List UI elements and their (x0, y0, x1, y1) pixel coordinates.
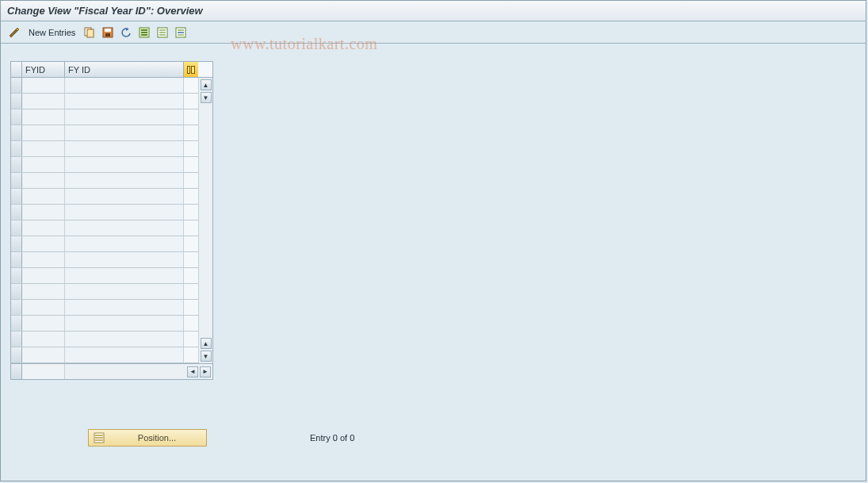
table-row (11, 141, 198, 157)
table-row (11, 173, 198, 189)
scroll-down-icon[interactable]: ▼ (201, 92, 212, 103)
cell-fy-id[interactable] (65, 125, 184, 140)
row-selector[interactable] (11, 332, 22, 347)
cell-fyid[interactable] (22, 300, 65, 315)
cell-fyid[interactable] (22, 94, 65, 109)
cell-fyid[interactable] (22, 268, 65, 283)
row-selector[interactable] (11, 125, 22, 140)
horizontal-scrollbar[interactable]: ◄ ► (65, 364, 212, 379)
deselect-all-icon[interactable] (155, 25, 170, 40)
row-selector[interactable] (11, 189, 22, 204)
cell-fy-id[interactable] (65, 284, 184, 299)
scroll-left-icon[interactable]: ◄ (187, 366, 198, 378)
cell-fyid[interactable] (22, 109, 65, 125)
table-row (11, 316, 198, 332)
svg-rect-8 (141, 34, 147, 36)
row-selector[interactable] (11, 284, 22, 299)
table-row (11, 347, 198, 363)
row-selector[interactable] (11, 157, 22, 172)
cell-fy-id[interactable] (65, 316, 184, 331)
delete-icon[interactable] (174, 25, 188, 40)
table-row (11, 332, 198, 347)
row-selector[interactable] (11, 141, 22, 156)
page-title: Change View "Fiscal Year ID": Overview (7, 5, 203, 17)
cell-fy-id[interactable] (65, 173, 184, 188)
cell-fy-id[interactable] (65, 236, 184, 251)
cell-fyid[interactable] (22, 316, 65, 331)
cell-fy-id[interactable] (65, 141, 184, 156)
position-icon (94, 432, 105, 443)
select-all-rows-handle[interactable] (11, 62, 22, 77)
footer-row-selector (11, 364, 22, 379)
row-selector[interactable] (11, 300, 22, 315)
cell-fyid[interactable] (22, 220, 65, 236)
row-selector[interactable] (11, 347, 22, 362)
row-selector[interactable] (11, 316, 22, 331)
save-icon[interactable] (101, 25, 115, 40)
row-selector[interactable] (11, 252, 22, 267)
scroll-up-icon[interactable]: ▲ (201, 79, 212, 90)
cell-fy-id[interactable] (65, 189, 184, 204)
cell-fy-id[interactable] (65, 220, 184, 236)
cell-fy-id[interactable] (65, 205, 184, 220)
cell-fy-id[interactable] (65, 300, 184, 315)
footer-spacer (22, 364, 65, 379)
scroll-right-icon[interactable]: ► (200, 366, 211, 378)
svg-rect-19 (192, 67, 194, 73)
cell-fyid[interactable] (22, 284, 65, 299)
new-entries-button[interactable]: New Entries (25, 28, 78, 37)
cell-fy-id[interactable] (65, 347, 184, 362)
svg-rect-15 (178, 34, 184, 36)
cell-fy-id[interactable] (65, 252, 184, 267)
cell-fyid[interactable] (22, 236, 65, 251)
position-label: Position... (113, 433, 201, 443)
table-row (11, 109, 198, 125)
row-selector[interactable] (11, 236, 22, 251)
cell-fy-id[interactable] (65, 78, 184, 93)
cell-fyid[interactable] (22, 205, 65, 220)
table-row (11, 157, 198, 173)
column-header-fy-id[interactable]: FY ID (65, 62, 184, 77)
cell-fyid[interactable] (22, 189, 65, 204)
row-selector[interactable] (11, 109, 22, 125)
cell-fyid[interactable] (22, 141, 65, 156)
undo-icon[interactable] (119, 25, 133, 40)
table-configure-icon[interactable] (184, 62, 198, 77)
cell-fyid[interactable] (22, 347, 65, 362)
select-all-icon[interactable] (137, 25, 151, 40)
cell-fyid[interactable] (22, 157, 65, 172)
cell-fy-id[interactable] (65, 94, 184, 109)
table-footer: ◄ ► (11, 363, 212, 379)
svg-rect-6 (141, 29, 147, 31)
row-selector[interactable] (11, 220, 22, 236)
cell-fyid[interactable] (22, 173, 65, 188)
cell-fyid[interactable] (22, 78, 65, 93)
position-button[interactable]: Position... (88, 429, 207, 447)
svg-rect-7 (141, 32, 147, 33)
cell-fyid[interactable] (22, 252, 65, 267)
table-row (11, 78, 198, 94)
vertical-scrollbar[interactable]: ▲ ▼ ▲ ▼ (198, 78, 212, 363)
cell-fy-id[interactable] (65, 109, 184, 125)
cell-fy-id[interactable] (65, 268, 184, 283)
copy-icon[interactable] (82, 25, 97, 40)
column-header-fyid[interactable]: FYID (22, 62, 65, 77)
svg-rect-23 (95, 439, 103, 441)
svg-rect-14 (178, 29, 184, 31)
row-selector[interactable] (11, 268, 22, 283)
row-selector[interactable] (11, 173, 22, 188)
cell-fy-id[interactable] (65, 332, 184, 347)
scroll-up-icon[interactable]: ▲ (201, 338, 212, 349)
row-selector[interactable] (11, 94, 22, 109)
row-selector[interactable] (11, 78, 22, 93)
row-selector[interactable] (11, 205, 22, 220)
scroll-down-icon[interactable]: ▼ (201, 351, 212, 362)
toggle-edit-icon[interactable] (7, 25, 21, 40)
svg-rect-22 (95, 437, 103, 439)
table-row (11, 94, 198, 109)
svg-rect-4 (105, 33, 110, 36)
cell-fyid[interactable] (22, 125, 65, 140)
cell-fyid[interactable] (22, 332, 65, 347)
cell-fy-id[interactable] (65, 157, 184, 172)
svg-rect-21 (95, 435, 103, 436)
